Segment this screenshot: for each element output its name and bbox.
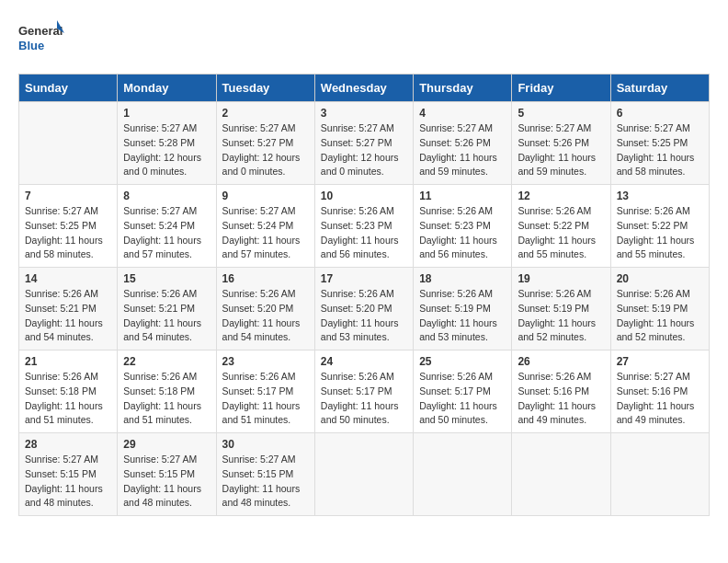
day-number: 1 [123, 107, 210, 120]
svg-text:General: General [18, 24, 63, 38]
day-number: 10 [321, 190, 407, 202]
day-info: Sunrise: 5:26 AMSunset: 5:23 PMDaylight:… [419, 204, 506, 262]
calendar-cell: 28Sunrise: 5:27 AMSunset: 5:15 PMDayligh… [19, 433, 118, 516]
day-info: Sunrise: 5:27 AMSunset: 5:16 PMDaylight:… [617, 370, 703, 428]
day-info: Sunrise: 5:27 AMSunset: 5:15 PMDaylight:… [123, 453, 210, 511]
calendar-week-row: 28Sunrise: 5:27 AMSunset: 5:15 PMDayligh… [19, 433, 710, 516]
calendar-cell: 29Sunrise: 5:27 AMSunset: 5:15 PMDayligh… [118, 433, 216, 516]
day-number: 20 [617, 272, 703, 285]
header-row: SundayMondayTuesdayWednesdayThursdayFrid… [19, 75, 710, 102]
calendar-cell: 9Sunrise: 5:27 AMSunset: 5:24 PMDaylight… [216, 185, 314, 268]
weekday-header: Saturday [610, 75, 709, 102]
calendar-cell: 23Sunrise: 5:26 AMSunset: 5:17 PMDayligh… [216, 350, 314, 433]
day-info: Sunrise: 5:27 AMSunset: 5:26 PMDaylight:… [518, 121, 604, 179]
calendar-cell: 7Sunrise: 5:27 AMSunset: 5:25 PMDaylight… [19, 185, 118, 268]
calendar-cell [610, 433, 709, 516]
day-number: 15 [123, 272, 210, 285]
weekday-header: Thursday [414, 75, 512, 102]
day-number: 2 [222, 107, 309, 120]
day-number: 11 [419, 190, 506, 202]
day-info: Sunrise: 5:27 AMSunset: 5:28 PMDaylight:… [123, 121, 210, 179]
day-info: Sunrise: 5:26 AMSunset: 5:18 PMDaylight:… [123, 370, 210, 428]
calendar-week-row: 1Sunrise: 5:27 AMSunset: 5:28 PMDaylight… [19, 102, 710, 185]
day-info: Sunrise: 5:27 AMSunset: 5:26 PMDaylight:… [419, 121, 506, 179]
day-number: 22 [123, 355, 210, 368]
day-info: Sunrise: 5:26 AMSunset: 5:21 PMDaylight:… [25, 287, 111, 345]
day-number: 28 [25, 438, 111, 451]
day-number: 12 [518, 190, 604, 202]
calendar-cell: 2Sunrise: 5:27 AMSunset: 5:27 PMDaylight… [216, 102, 314, 185]
calendar-cell: 15Sunrise: 5:26 AMSunset: 5:21 PMDayligh… [118, 268, 216, 350]
logo: General Blue [18, 18, 64, 59]
day-number: 9 [222, 190, 309, 202]
calendar-week-row: 14Sunrise: 5:26 AMSunset: 5:21 PMDayligh… [19, 268, 710, 350]
day-info: Sunrise: 5:27 AMSunset: 5:15 PMDaylight:… [222, 453, 309, 511]
calendar-cell: 13Sunrise: 5:26 AMSunset: 5:22 PMDayligh… [610, 185, 709, 268]
day-info: Sunrise: 5:26 AMSunset: 5:21 PMDaylight:… [123, 287, 210, 345]
calendar-cell [512, 433, 610, 516]
day-info: Sunrise: 5:26 AMSunset: 5:17 PMDaylight:… [419, 370, 506, 428]
weekday-header: Wednesday [314, 75, 413, 102]
calendar-week-row: 7Sunrise: 5:27 AMSunset: 5:25 PMDaylight… [19, 185, 710, 268]
day-info: Sunrise: 5:27 AMSunset: 5:25 PMDaylight:… [617, 121, 703, 179]
day-info: Sunrise: 5:26 AMSunset: 5:22 PMDaylight:… [617, 204, 703, 262]
calendar-cell: 26Sunrise: 5:26 AMSunset: 5:16 PMDayligh… [512, 350, 610, 433]
day-info: Sunrise: 5:27 AMSunset: 5:27 PMDaylight:… [222, 121, 309, 179]
day-info: Sunrise: 5:26 AMSunset: 5:20 PMDaylight:… [321, 287, 407, 345]
day-number: 19 [518, 272, 604, 285]
calendar-cell: 25Sunrise: 5:26 AMSunset: 5:17 PMDayligh… [414, 350, 512, 433]
weekday-header: Friday [512, 75, 610, 102]
day-number: 3 [321, 107, 407, 120]
day-number: 16 [222, 272, 309, 285]
calendar-cell [314, 433, 413, 516]
page-header: General Blue [18, 18, 710, 59]
calendar-cell: 14Sunrise: 5:26 AMSunset: 5:21 PMDayligh… [19, 268, 118, 350]
weekday-header: Monday [118, 75, 216, 102]
svg-text:Blue: Blue [18, 39, 44, 52]
day-number: 7 [25, 190, 111, 202]
calendar-cell: 27Sunrise: 5:27 AMSunset: 5:16 PMDayligh… [610, 350, 709, 433]
day-info: Sunrise: 5:26 AMSunset: 5:16 PMDaylight:… [518, 370, 604, 428]
day-info: Sunrise: 5:27 AMSunset: 5:24 PMDaylight:… [222, 204, 309, 262]
day-info: Sunrise: 5:26 AMSunset: 5:23 PMDaylight:… [321, 204, 407, 262]
day-info: Sunrise: 5:26 AMSunset: 5:20 PMDaylight:… [222, 287, 309, 345]
day-info: Sunrise: 5:26 AMSunset: 5:19 PMDaylight:… [518, 287, 604, 345]
weekday-header: Sunday [19, 75, 118, 102]
calendar-cell: 8Sunrise: 5:27 AMSunset: 5:24 PMDaylight… [118, 185, 216, 268]
calendar-cell: 30Sunrise: 5:27 AMSunset: 5:15 PMDayligh… [216, 433, 314, 516]
calendar-table: SundayMondayTuesdayWednesdayThursdayFrid… [18, 74, 710, 516]
calendar-cell: 21Sunrise: 5:26 AMSunset: 5:18 PMDayligh… [19, 350, 118, 433]
calendar-cell: 11Sunrise: 5:26 AMSunset: 5:23 PMDayligh… [414, 185, 512, 268]
calendar-cell: 1Sunrise: 5:27 AMSunset: 5:28 PMDaylight… [118, 102, 216, 185]
calendar-cell: 12Sunrise: 5:26 AMSunset: 5:22 PMDayligh… [512, 185, 610, 268]
calendar-cell [414, 433, 512, 516]
calendar-cell: 17Sunrise: 5:26 AMSunset: 5:20 PMDayligh… [314, 268, 413, 350]
day-info: Sunrise: 5:26 AMSunset: 5:22 PMDaylight:… [518, 204, 604, 262]
day-number: 30 [222, 438, 309, 451]
day-info: Sunrise: 5:26 AMSunset: 5:19 PMDaylight:… [617, 287, 703, 345]
day-info: Sunrise: 5:27 AMSunset: 5:25 PMDaylight:… [25, 204, 111, 262]
calendar-cell: 18Sunrise: 5:26 AMSunset: 5:19 PMDayligh… [414, 268, 512, 350]
calendar-cell: 24Sunrise: 5:26 AMSunset: 5:17 PMDayligh… [314, 350, 413, 433]
day-number: 17 [321, 272, 407, 285]
day-number: 18 [419, 272, 506, 285]
day-number: 24 [321, 355, 407, 368]
day-number: 23 [222, 355, 309, 368]
day-number: 25 [419, 355, 506, 368]
day-number: 27 [617, 355, 703, 368]
day-number: 14 [25, 272, 111, 285]
day-info: Sunrise: 5:26 AMSunset: 5:18 PMDaylight:… [25, 370, 111, 428]
day-number: 6 [617, 107, 703, 120]
day-number: 8 [123, 190, 210, 202]
calendar-cell: 6Sunrise: 5:27 AMSunset: 5:25 PMDaylight… [610, 102, 709, 185]
day-info: Sunrise: 5:27 AMSunset: 5:27 PMDaylight:… [321, 121, 407, 179]
calendar-cell: 20Sunrise: 5:26 AMSunset: 5:19 PMDayligh… [610, 268, 709, 350]
day-number: 13 [617, 190, 703, 202]
day-number: 4 [419, 107, 506, 120]
day-number: 26 [518, 355, 604, 368]
calendar-cell: 19Sunrise: 5:26 AMSunset: 5:19 PMDayligh… [512, 268, 610, 350]
calendar-cell: 3Sunrise: 5:27 AMSunset: 5:27 PMDaylight… [314, 102, 413, 185]
day-number: 29 [123, 438, 210, 451]
day-info: Sunrise: 5:27 AMSunset: 5:15 PMDaylight:… [25, 453, 111, 511]
weekday-header: Tuesday [216, 75, 314, 102]
